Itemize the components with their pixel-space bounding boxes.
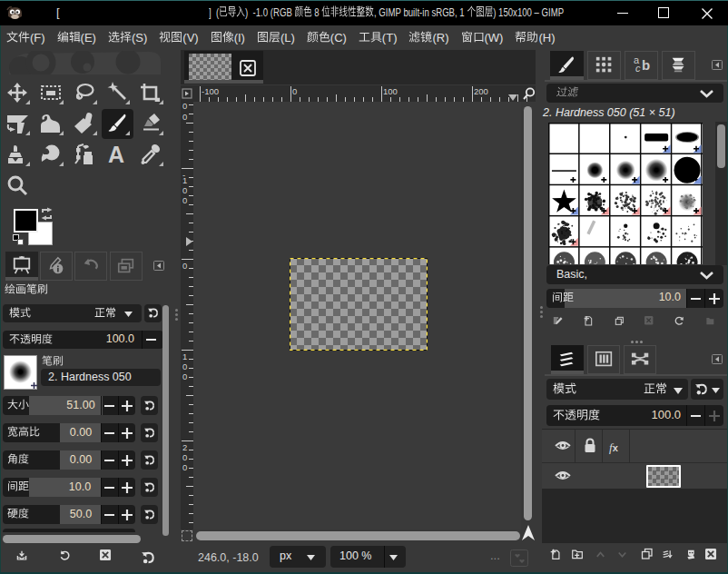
svg-text:200: 200 [474,86,488,96]
svg-text:0: 0 [182,371,187,381]
svg-text:2: 2 [182,442,187,452]
svg-text:0: 0 [292,86,297,96]
svg-text:0: 0 [182,101,187,111]
svg-text:0: 0 [182,185,187,195]
svg-text:1: 1 [182,175,187,185]
svg-text:100: 100 [383,86,398,96]
svg-text:0: 0 [182,462,187,472]
svg-text:-100: -100 [202,86,219,96]
svg-text:0: 0 [182,452,187,462]
svg-text:0: 0 [182,261,187,271]
svg-text:0: 0 [182,112,187,122]
svg-text:0: 0 [182,195,187,205]
svg-text:0: 0 [182,361,187,371]
svg-text:1: 1 [182,351,187,361]
